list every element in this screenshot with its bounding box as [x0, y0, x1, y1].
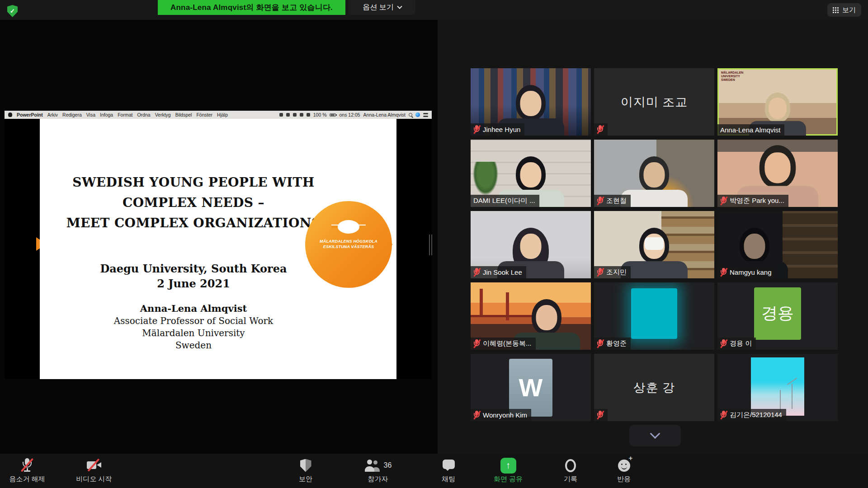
participant-tile[interactable]: 상훈 강: [594, 354, 714, 421]
participant-tile[interactable]: 조현철: [594, 140, 714, 207]
participant-tile[interactable]: 황영준: [594, 282, 714, 350]
mic-muted-icon: [21, 458, 33, 473]
chat-bubble-icon: [443, 460, 455, 471]
menu-item[interactable]: Hjälp: [217, 112, 228, 117]
macos-menu-bar: PowerPoint Arkiv Redigera Visa Infoga Fo…: [5, 111, 432, 119]
status-icon[interactable]: [293, 113, 297, 117]
share-screen-button[interactable]: ↑ 화면 공유: [481, 457, 535, 483]
slide-author-block: Anna-Lena Almqvist Associate Professor o…: [49, 302, 338, 352]
participant-tile[interactable]: 이지미 조교: [594, 68, 714, 136]
meeting-toolbar: 음소거 해제 비디오 시작 보안 36 참가자 채팅: [0, 454, 868, 488]
slide-venue: Daegu University, South Korea 2 June 202…: [49, 261, 338, 291]
panel-divider-handle[interactable]: [429, 235, 432, 255]
participant-tile[interactable]: Jinhee Hyun: [471, 68, 591, 136]
participant-name: 조지민: [606, 268, 627, 277]
participant-tile[interactable]: 경용 경용 이: [717, 282, 838, 350]
menu-item[interactable]: Bildspel: [175, 112, 192, 117]
status-icon[interactable]: [307, 113, 310, 117]
share-screen-icon: ↑: [500, 458, 516, 474]
screen-share-banner: Anna-Lena Almqvist의 화면을 보고 있습니다.: [158, 0, 345, 15]
video-logo-overlay: MÄLARDALEN UNIVERSITY SWEDEN: [721, 71, 753, 82]
status-icon[interactable]: [279, 113, 283, 117]
participant-tile[interactable]: 김기은/52120144: [717, 354, 838, 421]
participant-tile[interactable]: 이혜령(본동복...: [471, 282, 591, 350]
status-icon[interactable]: [300, 113, 303, 117]
participant-tile[interactable]: 박영준 Park you...: [717, 140, 838, 207]
avatar-square: [631, 288, 677, 339]
spotlight-search-icon[interactable]: [409, 113, 412, 117]
muted-mic-icon: [720, 411, 727, 419]
participant-video: [751, 357, 804, 416]
menu-item[interactable]: Redigera: [62, 112, 82, 117]
participant-name: 박영준 Park you...: [730, 197, 784, 205]
control-center-icon[interactable]: [423, 113, 428, 117]
participant-name: 조현철: [606, 197, 627, 205]
encryption-shield-icon[interactable]: ✓: [7, 5, 18, 17]
zoom-meeting-window: ✓ Anna-Lena Almqvist의 화면을 보고 있습니다. 옵션 보기…: [0, 0, 868, 488]
muted-mic-icon: [473, 411, 480, 419]
record-button[interactable]: 기록: [543, 457, 598, 483]
participant-tile[interactable]: Jin Sook Lee: [471, 211, 591, 278]
avatar-square: 경용: [754, 287, 801, 340]
participant-tile-active-speaker[interactable]: MÄLARDALEN UNIVERSITY SWEDEN Anna-Lena A…: [717, 68, 838, 136]
menu-item[interactable]: Fönster: [196, 112, 212, 117]
face-mask: [645, 237, 664, 250]
participant-tile[interactable]: DAMI LEE(이다미 ...: [471, 140, 591, 207]
start-video-button[interactable]: 비디오 시작: [67, 457, 121, 483]
slide-title: SWEDISH YOUNG PEOPLE WITH COMPLEX NEEDS …: [49, 172, 338, 233]
muted-mic-icon: [597, 197, 604, 205]
muted-mic-icon: [597, 411, 604, 419]
muted-mic-icon: [720, 339, 727, 348]
menu-item[interactable]: Infoga: [100, 112, 113, 117]
record-icon: [565, 459, 576, 472]
participant-name: 김기은/52120144: [730, 411, 782, 419]
muted-mic-icon: [473, 268, 480, 277]
muted-mic-icon: [720, 268, 727, 277]
participant-tile[interactable]: W Wonryonh Kim: [471, 354, 591, 421]
participant-name: Jin Sook Lee: [483, 268, 522, 276]
chevron-down-icon: [650, 428, 660, 439]
participants-button[interactable]: 36 참가자: [346, 457, 410, 483]
view-options-button[interactable]: 옵션 보기: [349, 0, 415, 15]
menu-app-name[interactable]: PowerPoint: [17, 112, 43, 117]
view-button[interactable]: 보기: [827, 3, 861, 17]
university-logo-balloon: MÄLARDALENS HÖGSKOLA ESKILSTUNA VÄSTERÅS: [305, 201, 392, 288]
participant-name: 이지미 조교: [594, 68, 714, 136]
menu-item[interactable]: Arkiv: [47, 112, 58, 117]
mdh-ellipse-logo: [334, 219, 363, 235]
participant-tile[interactable]: 조지민: [594, 211, 714, 278]
menu-item[interactable]: Ordna: [137, 112, 150, 117]
menu-item[interactable]: Visa: [86, 112, 95, 117]
gallery-next-page-button[interactable]: [629, 425, 681, 446]
participant-gallery: Jinhee Hyun 이지미 조교 MÄLARDALEN UNIVERSITY…: [471, 68, 838, 421]
participant-name: 이혜령(본동복...: [483, 339, 532, 348]
muted-mic-icon: [597, 268, 604, 277]
security-button[interactable]: 보안: [278, 457, 333, 483]
security-shield-icon: [300, 459, 311, 472]
participants-icon: [364, 459, 381, 472]
reactions-button[interactable]: + 반응: [597, 457, 651, 483]
apple-logo[interactable]: [8, 113, 12, 117]
camera-off-icon: [87, 460, 101, 471]
slideshow-stage: SWEDISH YOUNG PEOPLE WITH COMPLEX NEEDS …: [5, 119, 432, 379]
menu-user-name[interactable]: Anna-Lena Almqvist: [363, 112, 406, 117]
avatar-square: W: [509, 359, 552, 417]
unmute-button[interactable]: 음소거 해제: [0, 457, 54, 483]
menu-item[interactable]: Verktyg: [155, 112, 171, 117]
mdh-logo-text: MÄLARDALENS HÖGSKOLA ESKILSTUNA VÄSTERÅS: [320, 239, 377, 249]
participant-tile[interactable]: Namgyu kang: [717, 211, 838, 278]
participant-name: Jinhee Hyun: [483, 126, 520, 133]
battery-icon: [330, 113, 336, 117]
participant-name: Namgyu kang: [730, 268, 772, 276]
muted-mic-icon: [720, 197, 727, 205]
status-icon[interactable]: [286, 113, 290, 117]
participant-name: Anna-Lena Almqvist: [720, 126, 780, 134]
siri-icon[interactable]: [415, 113, 420, 117]
muted-mic-icon: [597, 339, 604, 348]
powerpoint-window: PowerPoint Arkiv Redigera Visa Infoga Fo…: [5, 111, 432, 379]
chat-button[interactable]: 채팅: [421, 457, 476, 483]
reactions-smiley-icon: [618, 460, 630, 472]
slide: SWEDISH YOUNG PEOPLE WITH COMPLEX NEEDS …: [40, 119, 396, 379]
menu-item[interactable]: Format: [118, 112, 132, 117]
shared-screen-area: PowerPoint Arkiv Redigera Visa Infoga Fo…: [0, 20, 438, 454]
